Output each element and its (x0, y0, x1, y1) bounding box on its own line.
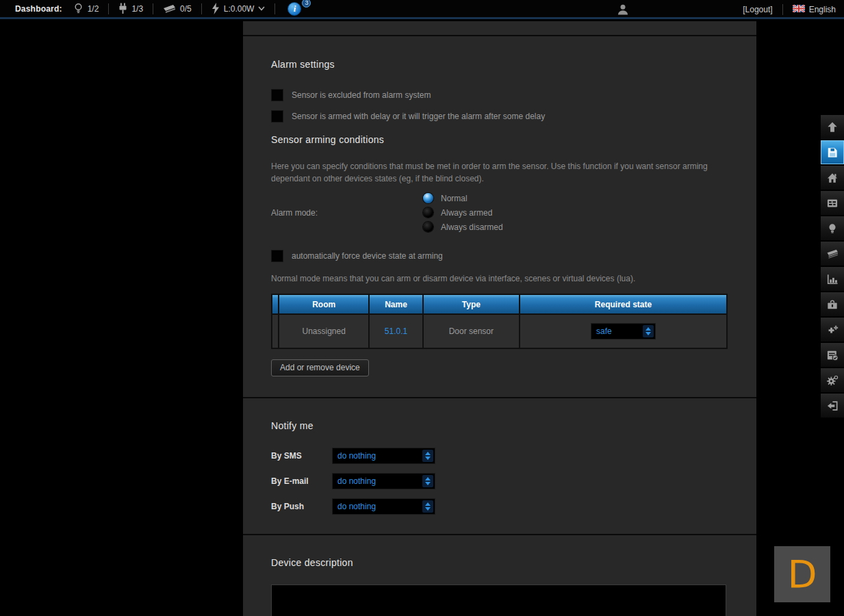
name-cell: 51.0.1 (370, 315, 422, 348)
power-icon (212, 3, 220, 14)
required-state-cell: safe (520, 315, 726, 348)
light-button[interactable] (821, 216, 844, 240)
devices-icon (826, 196, 839, 210)
radio-always-disarmed-input[interactable] (423, 222, 433, 232)
light-icon (826, 222, 839, 235)
arming-conditions-table-block: Room Name Type Required state Unassigned… (271, 294, 728, 397)
panel-top-strip (243, 21, 756, 36)
toolbox-button[interactable] (821, 292, 844, 316)
divider (782, 4, 783, 15)
uk-flag-icon (793, 5, 805, 14)
notify-email-row: By E-mail do nothing (271, 473, 728, 489)
sensor-arming-title: Sensor arming conditions (271, 134, 728, 145)
home-button[interactable] (821, 166, 844, 190)
type-header: Type (424, 295, 519, 313)
notify-section: Notify me By SMS do nothing By E-mail do… (243, 398, 756, 535)
blinds-icon (826, 247, 839, 261)
push-select[interactable]: do nothing (332, 498, 435, 515)
radio-normal-input[interactable] (423, 193, 433, 203)
language-selector[interactable]: English (793, 5, 836, 14)
row-grip[interactable] (272, 315, 278, 348)
device-status-group: 1/2 1/3 0/5 L:0.00W (73, 2, 302, 16)
bulb-icon (73, 3, 84, 14)
topbar: Dashboard: 1/2 1/3 0/5 L:0. (0, 0, 844, 19)
device-description-textarea[interactable] (271, 585, 726, 616)
save-button[interactable] (821, 140, 844, 164)
language-label: English (809, 5, 836, 14)
armed-delay-checkbox[interactable] (271, 110, 283, 123)
events-button[interactable] (821, 343, 844, 367)
sms-label: By SMS (271, 451, 332, 461)
events-icon (826, 348, 839, 362)
statistics-button[interactable] (821, 267, 844, 291)
excluded-checkbox-label: Sensor is excluded from alarm system (292, 90, 431, 100)
exit-button[interactable] (821, 394, 844, 418)
statistics-icon (826, 272, 839, 286)
divider (201, 3, 202, 14)
device-link[interactable]: 51.0.1 (385, 326, 407, 336)
sms-select[interactable]: do nothing (332, 448, 435, 464)
notify-title: Notify me (271, 398, 728, 431)
required-state-header: Required state (520, 295, 726, 313)
push-label: By Push (271, 502, 332, 511)
blinds-status[interactable]: 0/5 (163, 3, 192, 14)
email-label: By E-mail (271, 476, 332, 486)
toolbox-icon (826, 298, 839, 311)
right-toolbar (821, 115, 844, 418)
grip-header (272, 295, 278, 313)
select-spinner-icon (422, 475, 433, 487)
plugins-button[interactable] (821, 318, 844, 342)
power-usage[interactable]: L:0.00W (212, 3, 266, 14)
radio-always-disarmed[interactable]: Always disarmed (423, 222, 503, 232)
info-button[interactable]: i 3 (287, 2, 301, 16)
select-spinner-icon (643, 325, 654, 337)
excluded-checkbox[interactable] (271, 89, 283, 101)
alarm-mode-block: Alarm mode: Normal Always armed Always d… (271, 193, 728, 236)
sensor-arming-description: Here you can specify conditions that mus… (271, 160, 719, 185)
divider (153, 3, 153, 14)
info-icon: i (287, 2, 301, 16)
select-spinner-icon (422, 450, 433, 462)
scroll-top-button[interactable] (821, 115, 844, 139)
device-description-title: Device description (271, 535, 728, 568)
table-header-row: Room Name Type Required state (272, 295, 726, 313)
force-state-checkbox-row: automatically force device state at armi… (271, 250, 728, 262)
blinds-button[interactable] (821, 242, 844, 266)
radio-normal[interactable]: Normal (423, 193, 503, 203)
topbar-right-group: [Logout] English (743, 0, 836, 19)
scroll-top-icon (826, 120, 839, 134)
plug-icon (118, 3, 127, 14)
save-icon (826, 146, 839, 159)
table-row: Unassigned 51.0.1 Door sensor safe (272, 315, 726, 348)
alarm-settings-section: Alarm settings Sensor is excluded from a… (243, 36, 756, 398)
blinds-icon (163, 3, 176, 14)
logout-link[interactable]: [Logout] (743, 5, 772, 14)
armed-delay-checkbox-row: Sensor is armed with delay or it will tr… (271, 110, 728, 123)
dashboard-label: Dashboard: (15, 4, 62, 14)
divider (274, 3, 275, 14)
type-cell: Door sensor (424, 315, 519, 348)
divider (108, 3, 109, 14)
armed-delay-checkbox-label: Sensor is armed with delay or it will tr… (292, 112, 545, 121)
force-state-checkbox[interactable] (271, 250, 283, 262)
required-state-select[interactable]: safe (591, 323, 656, 339)
user-icon[interactable] (616, 3, 630, 18)
plugs-status[interactable]: 1/3 (118, 3, 143, 14)
normal-mode-description: Normal mode means that you can arm or di… (271, 272, 719, 285)
alarm-mode-label: Alarm mode: (271, 193, 423, 236)
email-select[interactable]: do nothing (332, 473, 435, 489)
plugins-icon (826, 323, 839, 337)
chevron-down-icon (258, 6, 265, 11)
force-state-checkbox-label: automatically force device state at armi… (292, 251, 443, 261)
notify-sms-row: By SMS do nothing (271, 448, 728, 464)
room-cell: Unassigned (279, 315, 368, 348)
arming-conditions-table: Room Name Type Required state Unassigned… (271, 294, 728, 349)
radio-always-armed-input[interactable] (423, 207, 433, 218)
excluded-checkbox-row: Sensor is excluded from alarm system (271, 89, 728, 101)
add-remove-device-button[interactable]: Add or remove device (271, 359, 369, 376)
brand-letter: D (787, 555, 817, 593)
radio-always-armed[interactable]: Always armed (423, 207, 503, 218)
devices-button[interactable] (821, 191, 844, 215)
lights-status[interactable]: 1/2 (73, 3, 99, 14)
settings-button[interactable] (821, 368, 844, 392)
